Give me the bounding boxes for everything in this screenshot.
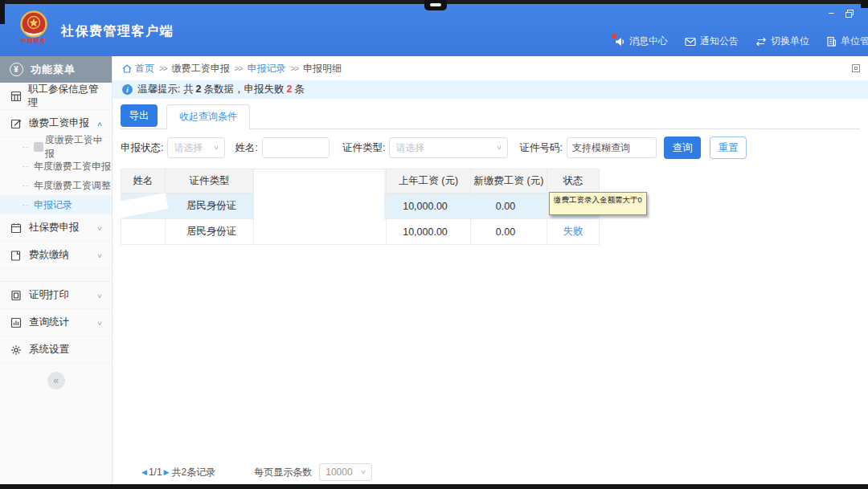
tip-bar: i 温馨提示: 共2条数据，申报失败2条 <box>113 80 868 99</box>
breadcrumb-separator: >> <box>235 64 243 73</box>
pagination: ◀ 1/1 ▶ 共2条记录 每页显示条数 10000 ∨ <box>113 463 372 481</box>
col-last-year-wage: 上年工资 (元) <box>387 169 471 194</box>
building-icon <box>826 36 837 47</box>
sidebar-item-system-settings[interactable]: 系统设置 <box>0 336 112 364</box>
col-status: 状态 <box>547 169 600 194</box>
sidebar-subitem-monthly-wage-declare[interactable]: 度缴费工资申报 <box>0 137 112 157</box>
chart-icon <box>10 317 23 328</box>
nav-switch-unit[interactable]: 切换单位 <box>755 35 809 48</box>
next-page-icon[interactable]: ▶ <box>162 468 171 476</box>
minimize-button[interactable]: − <box>828 9 834 18</box>
cell-new-wage: 0.00 <box>471 219 547 245</box>
breadcrumb-separator: >> <box>159 64 167 73</box>
sidebar-item-certificate-print[interactable]: 证明打印 ∨ <box>0 282 112 309</box>
chevron-up-icon: ∧ <box>97 120 104 127</box>
redaction-box <box>34 142 43 152</box>
chevron-down-icon: ∨ <box>360 469 366 475</box>
breadcrumb-level3: 申报明细 <box>303 62 342 75</box>
breadcrumb-level1: 缴费工资申报 <box>172 62 230 75</box>
cell-name <box>121 219 166 245</box>
sidebar-item-insured-info[interactable]: 职工参保信息管理 <box>0 83 112 110</box>
sidebar-header: ¥ 功能菜单 <box>0 56 112 83</box>
nav-notices[interactable]: 通知公告 <box>685 35 739 48</box>
menu-spacer <box>0 269 112 282</box>
breadcrumb: 首页 >> 缴费工资申报 >> 申报记录 >> 申报明细 <box>113 56 868 80</box>
collapse-query-tab[interactable]: 收起查询条件 <box>166 104 250 129</box>
megaphone-icon <box>614 36 625 47</box>
app-window: 中国税务 社保费管理客户端 − 消息中心 <box>0 0 868 489</box>
sidebar-item-social-fee-declare[interactable]: 社保费申报 ∨ <box>0 214 112 242</box>
envelope-icon <box>685 37 696 47</box>
per-page-label: 每页显示条数 <box>254 466 312 479</box>
status-tooltip: 缴费工资录入金额需大于0 <box>549 192 647 215</box>
notification-dot <box>612 34 616 39</box>
name-input[interactable] <box>262 137 330 158</box>
name-label: 姓名: <box>235 141 257 155</box>
chevron-down-icon: ∨ <box>97 319 104 326</box>
cell-last-year-wage: 10,000.00 <box>387 194 471 219</box>
declare-status-select[interactable]: 请选择 ∨ <box>167 137 225 158</box>
recording-handle <box>424 0 447 10</box>
export-button[interactable]: 导出 <box>121 104 158 127</box>
corner-mark-left <box>0 0 5 24</box>
screen-edge-bottom <box>0 484 868 489</box>
breadcrumb-separator: >> <box>290 64 298 73</box>
breadcrumb-level2[interactable]: 申报记录 <box>247 62 285 75</box>
edit-square-icon <box>10 118 23 129</box>
sidebar-subitem-annual-wage-adjust[interactable]: 年度缴费工资调整 <box>0 176 112 195</box>
nav-unit-management[interactable]: 单位管理 <box>826 35 868 48</box>
cell-cert-type: 居民身份证 <box>166 194 254 219</box>
chevron-down-icon: ∨ <box>213 145 219 151</box>
page-indicator: 1/1 <box>149 467 162 478</box>
cell-cert-type: 居民身份证 <box>166 219 254 245</box>
swap-arrows-icon <box>755 37 767 47</box>
sidebar-collapse-button[interactable]: « <box>47 372 65 389</box>
sidebar-subitem-annual-wage-declare[interactable]: 年度缴费工资申报 <box>0 157 112 176</box>
corner-mark-right <box>861 0 868 8</box>
col-new-wage: 新缴费工资 (元) <box>471 169 547 194</box>
header-nav: 消息中心 通知公告 切换单位 <box>614 35 868 48</box>
status-fail-link[interactable]: 失败 <box>563 226 583 237</box>
cert-type-label: 证件类型: <box>342 141 385 155</box>
tax-emblem-icon <box>20 10 47 38</box>
main-content: 首页 >> 缴费工资申报 >> 申报记录 >> 申报明细 i 温馨提示: 共2条… <box>113 56 868 484</box>
fullscreen-toggle-icon[interactable] <box>852 64 860 72</box>
cell-status: 失败 <box>547 219 600 245</box>
declare-status-label: 申报状态: <box>121 141 163 155</box>
sidebar-subitem-declare-records[interactable]: 申报记录 <box>0 195 112 214</box>
chevron-down-icon: ∨ <box>97 291 104 299</box>
app-header: 中国税务 社保费管理客户端 − 消息中心 <box>0 4 868 56</box>
total-records: 共2条记录 <box>172 466 216 479</box>
tip-text: 温馨提示: 共2条数据，申报失败2条 <box>137 83 305 96</box>
cert-no-label: 证件号码: <box>519 141 562 155</box>
breadcrumb-home[interactable]: 首页 <box>122 62 154 75</box>
chevron-down-icon: ∨ <box>97 251 104 259</box>
info-icon: i <box>122 84 133 95</box>
per-page-select[interactable]: 10000 ∨ <box>319 463 372 481</box>
gear-icon <box>10 344 23 356</box>
cert-type-select[interactable]: 请选择 ∨ <box>389 137 508 158</box>
query-panel: 申报状态: 请选择 ∨ 姓名: 证件类型: 请选择 ∨ 证件号码: 查询 重置 <box>121 128 860 167</box>
chevron-down-icon: ∨ <box>496 145 502 151</box>
cell-new-wage: 0.00 <box>471 194 547 219</box>
calendar-icon <box>10 222 23 234</box>
sidebar-item-query-statistics[interactable]: 查询统计 ∨ <box>0 309 112 336</box>
app-title: 社保费管理客户端 <box>61 23 174 40</box>
toolbar: 导出 收起查询条件 <box>121 104 860 128</box>
nav-message-center[interactable]: 消息中心 <box>614 35 668 48</box>
book-icon <box>10 290 23 301</box>
collapse-left-icon: « <box>53 375 59 386</box>
yuan-circle-icon: ¥ <box>10 63 23 76</box>
redaction-overlay <box>254 169 384 243</box>
reset-button[interactable]: 重置 <box>710 137 747 159</box>
card-icon <box>10 250 23 261</box>
results-table-wrap: 姓名 证件类型 上年工资 (元) 新缴费工资 (元) 状态 居民身份证 10,0… <box>121 169 600 245</box>
restore-window-button[interactable] <box>845 10 854 18</box>
sidebar-item-fee-payment[interactable]: 费款缴纳 ∨ <box>0 242 112 269</box>
search-button[interactable]: 查询 <box>664 137 701 159</box>
sidebar-item-wage-declare[interactable]: 缴费工资申报 ∧ <box>0 110 112 137</box>
logo-caption: 中国税务 <box>16 38 51 44</box>
cert-no-input[interactable] <box>567 137 657 158</box>
sidebar-title: 功能菜单 <box>31 63 76 77</box>
prev-page-icon[interactable]: ◀ <box>140 468 149 476</box>
